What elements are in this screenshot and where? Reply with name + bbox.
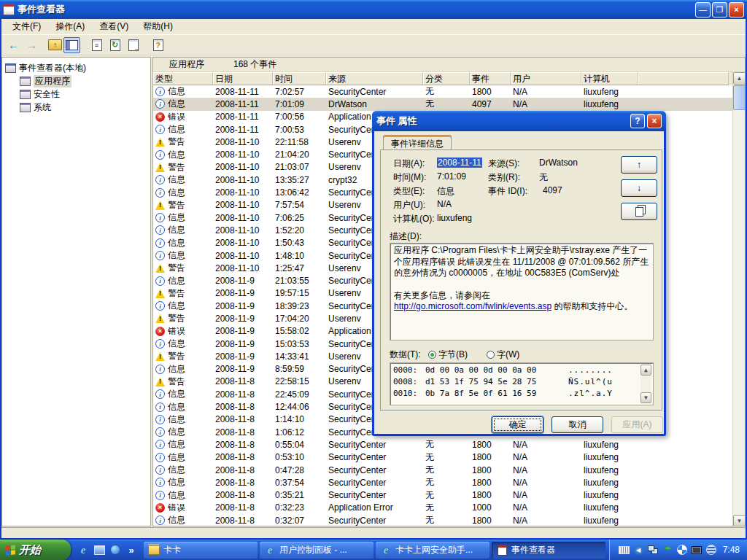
minimize-button[interactable]: — — [695, 2, 711, 18]
type-cell: i信息 — [153, 363, 213, 376]
scroll-down-button[interactable]: ▼ — [733, 515, 746, 526]
scroll-up-button[interactable]: ▲ — [733, 72, 746, 85]
cell-computer: liuxufeng — [581, 452, 638, 462]
scroll-thumb[interactable] — [733, 85, 746, 110]
hide-icons-arrow-icon[interactable] — [633, 545, 644, 556]
info-icon: i — [155, 99, 165, 109]
column-header-2[interactable]: 时间 — [273, 72, 326, 85]
type-cell: i信息 — [153, 514, 213, 526]
close-button[interactable]: × — [729, 2, 744, 18]
user-value: N/A — [437, 199, 452, 209]
dialog-close-button[interactable]: × — [647, 114, 662, 128]
show-desktop-icon[interactable] — [93, 543, 106, 556]
ok-button[interactable]: 确定 — [492, 416, 543, 433]
keyboard-icon[interactable] — [619, 545, 630, 556]
hex-offset: 0010: — [393, 388, 425, 400]
vertical-scrollbar[interactable]: ▲ ▼ — [732, 72, 745, 526]
column-header-8[interactable] — [638, 72, 729, 85]
menu-item-0[interactable]: 文件(F) — [6, 19, 47, 34]
table-row[interactable]: i信息2008-11-80:32:07SecurityCenter无1800N/… — [153, 514, 734, 526]
cell-time: 8:59:59 — [273, 364, 326, 374]
task-button-1[interactable]: 用户控制面板 - ... — [260, 542, 374, 559]
tree-item-2[interactable]: 系统 — [2, 101, 150, 114]
tree-item-1[interactable]: 安全性 — [2, 88, 150, 101]
column-header-3[interactable]: 来源 — [326, 72, 423, 85]
table-row[interactable]: i信息2008-11-80:53:10SecurityCenter无1800N/… — [153, 451, 734, 464]
cell-user: N/A — [511, 99, 581, 109]
properties-icon[interactable] — [88, 37, 105, 53]
table-row[interactable]: ×错误2008-11-80:32:23Application Error无100… — [153, 502, 734, 514]
task-button-3[interactable]: 事件查看器 — [492, 542, 605, 559]
window-titlebar[interactable]: 事件查看器 — ❐ × — [0, 0, 747, 19]
antivirus-umbrella-icon[interactable] — [662, 545, 673, 556]
table-row[interactable]: i信息2008-11-117:02:57SecurityCenter无1800N… — [153, 85, 734, 98]
tree-item-label: 安全性 — [34, 88, 60, 101]
overflow-chevron-icon[interactable] — [125, 543, 138, 556]
up-folder-icon[interactable] — [48, 39, 62, 50]
update-icon[interactable] — [677, 545, 688, 556]
refresh-icon[interactable] — [107, 37, 123, 53]
radio-words[interactable]: 字(W) — [487, 349, 519, 361]
menu-item-2[interactable]: 查看(V) — [93, 19, 135, 34]
network-icon[interactable] — [648, 545, 659, 556]
column-header-6[interactable]: 用户 — [511, 72, 581, 85]
cell-event: 1800 — [470, 440, 511, 450]
start-button[interactable]: 开始 — [0, 540, 71, 560]
tree-item-0[interactable]: 应用程序 — [2, 74, 150, 88]
hex-scroll-up-button[interactable]: ▲ — [640, 365, 651, 376]
messenger-icon[interactable] — [109, 543, 122, 556]
events-link[interactable]: http://go.microsoft.com/fwlink/events.as… — [394, 301, 551, 311]
data-label: 数据(T): — [390, 349, 421, 361]
cell-date: 2008-11-8 — [213, 478, 273, 488]
copy-button[interactable] — [621, 203, 657, 220]
forward-icon[interactable] — [23, 37, 40, 53]
clock[interactable]: 7:48 — [723, 545, 740, 555]
table-row[interactable]: i信息2008-11-80:55:04SecurityCenter无1800N/… — [153, 438, 734, 451]
column-header-1[interactable]: 日期 — [213, 72, 273, 85]
column-header-0[interactable]: 类型 — [153, 72, 213, 85]
column-header-4[interactable]: 分类 — [423, 72, 470, 85]
show-tree-icon[interactable] — [63, 37, 80, 53]
hex-scrollbar[interactable]: ▲ ▼ — [640, 365, 651, 403]
chip-icon[interactable] — [692, 545, 703, 556]
description-box[interactable]: 应用程序 C:\Program Files\卡卡上网安全助手\rstray.ex… — [390, 243, 654, 341]
radio-bytes[interactable]: 字节(B) — [428, 349, 468, 361]
menu-item-3[interactable]: 帮助(H) — [136, 19, 179, 34]
cell-date: 2008-11-10 — [213, 149, 273, 160]
table-row[interactable]: i信息2008-11-80:37:54SecurityCenter无1800N/… — [153, 476, 734, 489]
maximize-button[interactable]: ❐ — [712, 2, 727, 18]
internet-explorer-icon[interactable] — [77, 543, 90, 556]
apply-button[interactable]: 应用(A) — [611, 416, 663, 433]
cell-computer: liuxufeng — [581, 490, 638, 500]
cell-event: 1800 — [470, 490, 511, 500]
column-header-7[interactable]: 计算机 — [581, 72, 638, 85]
back-icon[interactable] — [5, 37, 22, 53]
hex-ascii: ........ — [568, 365, 613, 375]
type-label: 信息 — [168, 98, 185, 110]
dialog-help-button[interactable]: ? — [630, 114, 645, 128]
input-method-icon[interactable] — [706, 545, 717, 556]
cell-time: 15:03:53 — [273, 339, 326, 349]
next-event-button[interactable]: ↓ — [621, 179, 657, 197]
computer-value: liuxufeng — [437, 213, 472, 223]
time-value: 7:01:09 — [437, 171, 466, 182]
task-button-2[interactable]: 卡卡上网安全助手... — [376, 542, 489, 559]
cell-source: SecurityCenter — [326, 440, 423, 450]
export-list-icon[interactable] — [125, 37, 142, 53]
task-button-0[interactable]: 卡卡 — [144, 542, 258, 559]
hex-data-box[interactable]: 0000:0d 00 0a 00 0d 00 0a 00........0008… — [390, 362, 654, 405]
cancel-button[interactable]: 取消 — [551, 416, 603, 433]
menu-item-1[interactable]: 操作(A) — [49, 19, 91, 34]
hex-line: 0008:d1 53 1f 75 94 5e 28 75ÑS.ul^(u — [393, 376, 650, 388]
previous-event-button[interactable]: ↑ — [621, 156, 657, 174]
cell-user: N/A — [511, 440, 581, 450]
help-icon[interactable] — [150, 37, 166, 53]
info-icon: i — [155, 188, 165, 198]
hex-scroll-down-button[interactable]: ▼ — [640, 392, 651, 403]
table-row[interactable]: i信息2008-11-80:35:21SecurityCenter无1800N/… — [153, 489, 734, 502]
table-row[interactable]: i信息2008-11-80:47:28SecurityCenter无1800N/… — [153, 464, 734, 476]
tree-item-root[interactable]: 事件查看器(本地) — [2, 61, 150, 74]
table-row[interactable]: i信息2008-11-117:01:09DrWatson无4097N/Aliux… — [153, 98, 734, 110]
dialog-titlebar[interactable]: 事件 属性 ? × — [372, 111, 666, 131]
column-header-5[interactable]: 事件 — [470, 72, 511, 85]
